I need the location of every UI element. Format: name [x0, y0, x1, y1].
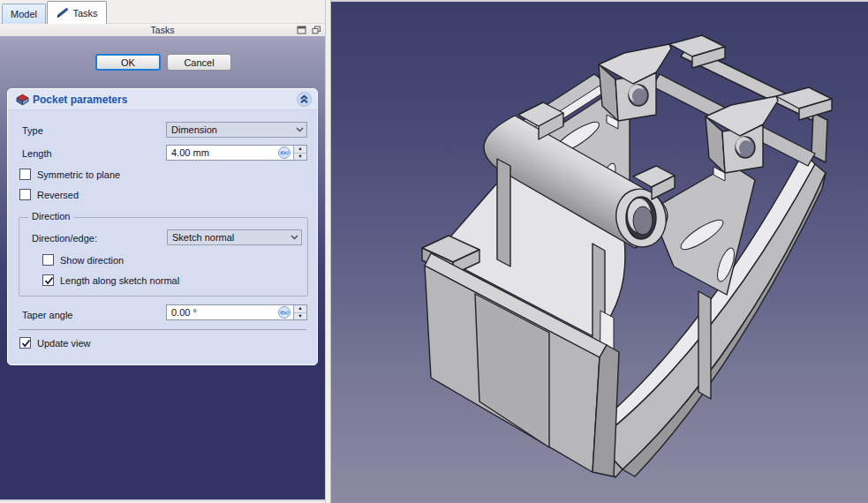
panel-splitter[interactable]	[325, 0, 331, 503]
pocket-panel-title: Pocket parameters	[33, 94, 127, 106]
direction-edge-label: Direction/edge:	[32, 233, 97, 244]
freecad-window: Model Tasks Tasks	[0, 0, 868, 503]
direction-groupbox: Direction Direction/edge: Sketch normal	[19, 217, 308, 297]
direction-group-label: Direction	[28, 211, 73, 221]
spin-down-button[interactable]: ▼	[294, 312, 306, 320]
direction-edge-value: Sketch normal	[168, 232, 287, 243]
show-direction-checkbox-label[interactable]: Show direction	[60, 255, 124, 266]
spin-down-button[interactable]: ▼	[294, 153, 306, 161]
task-panel-content: OK Cancel Pocket parameters	[0, 36, 325, 501]
length-input[interactable]: 4.00 mm f(x) ▲ ▼	[166, 145, 307, 161]
checkmark-icon	[44, 276, 54, 285]
combo-view-tabbar: Model Tasks	[0, 0, 325, 24]
pocket-parameters-panel: Pocket parameters Type Dimension	[7, 88, 318, 365]
tasks-titlebar-label: Tasks	[151, 25, 175, 35]
update-view-checkbox[interactable]	[19, 337, 31, 349]
show-direction-checkbox-row: Show direction	[42, 254, 124, 266]
reversed-checkbox[interactable]	[19, 189, 31, 200]
collapse-button[interactable]	[297, 92, 312, 107]
tasks-titlebar: Tasks	[0, 24, 325, 36]
show-direction-checkbox[interactable]	[42, 254, 54, 266]
spin-up-button[interactable]: ▲	[294, 305, 306, 312]
update-view-checkbox-row: Update view	[19, 337, 91, 349]
type-label: Type	[22, 125, 43, 136]
symmetric-checkbox-row: Symmetric to plane	[19, 169, 120, 180]
expression-icon[interactable]: f(x)	[278, 146, 291, 159]
taper-angle-label: Taper angle	[22, 310, 73, 320]
tab-model[interactable]: Model	[2, 4, 46, 24]
3d-viewport[interactable]	[331, 0, 868, 503]
reversed-checkbox-row: Reversed	[19, 189, 79, 200]
3d-model[interactable]	[331, 0, 868, 503]
expression-icon[interactable]: f(x)	[278, 306, 291, 319]
tab-tasks[interactable]: Tasks	[47, 1, 107, 24]
length-along-checkbox-label[interactable]: Length along sketch normal	[60, 275, 179, 286]
pocket-panel-header[interactable]: Pocket parameters	[8, 89, 317, 110]
taper-angle-value: 0.00 °	[167, 307, 278, 318]
pocket-icon	[15, 93, 30, 107]
taper-angle-input[interactable]: 0.00 ° f(x) ▲ ▼	[166, 304, 307, 320]
length-label: Length	[22, 148, 52, 159]
length-value: 4.00 mm	[167, 147, 278, 158]
symmetric-checkbox[interactable]	[19, 169, 31, 180]
type-combobox-value: Dimension	[167, 124, 292, 135]
divider	[19, 329, 306, 330]
length-along-checkbox[interactable]	[42, 274, 54, 286]
update-view-checkbox-label[interactable]: Update view	[37, 338, 91, 349]
dropdown-arrow-icon	[291, 235, 298, 240]
checkmark-icon	[21, 339, 31, 348]
collapse-icon	[299, 94, 309, 104]
edit-pen-icon	[56, 7, 68, 19]
type-combobox[interactable]: Dimension	[166, 122, 307, 138]
length-along-checkbox-row: Length along sketch normal	[42, 274, 179, 286]
combo-view-panel: Model Tasks Tasks	[0, 0, 325, 503]
float-icon[interactable]	[312, 26, 321, 34]
ok-button[interactable]: OK	[95, 54, 161, 71]
spin-up-button[interactable]: ▲	[294, 146, 306, 153]
symmetric-checkbox-label[interactable]: Symmetric to plane	[37, 169, 120, 180]
dropdown-arrow-icon	[296, 127, 304, 132]
cancel-button[interactable]: Cancel	[167, 54, 231, 71]
tab-model-label: Model	[11, 9, 37, 19]
dock-icon[interactable]	[297, 26, 306, 34]
tab-tasks-label: Tasks	[72, 8, 97, 19]
direction-edge-combobox[interactable]: Sketch normal	[167, 229, 302, 245]
reversed-checkbox-label[interactable]: Reversed	[37, 190, 79, 200]
